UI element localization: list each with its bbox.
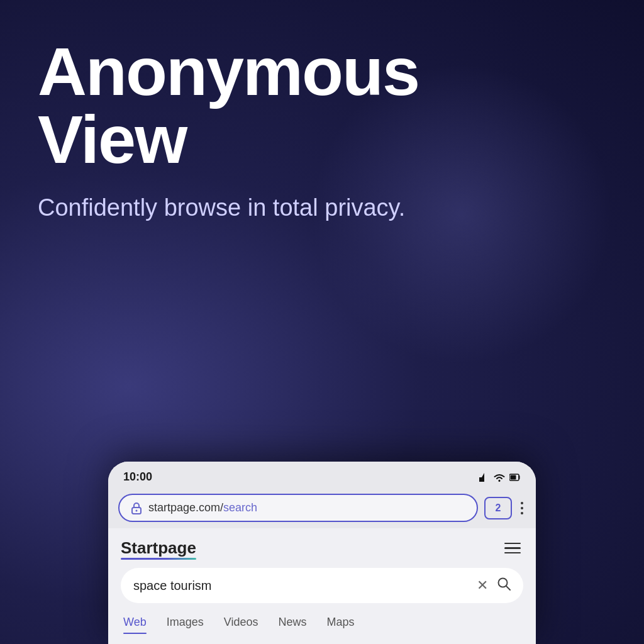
dot1: [521, 502, 523, 504]
tab-maps[interactable]: Maps: [326, 616, 354, 634]
wifi-icon: [493, 473, 506, 482]
address-bar[interactable]: startpage.com/search: [118, 494, 478, 522]
browser-content: Startpage space tourism ✕ Web I: [108, 528, 536, 644]
tab-images[interactable]: Images: [167, 616, 204, 634]
tab-count-button[interactable]: 2: [484, 497, 512, 519]
browser-header: Startpage: [121, 538, 523, 558]
hamburger-line2: [504, 547, 521, 549]
clock: 10:00: [123, 470, 152, 484]
tab-count: 2: [496, 502, 501, 514]
headline-line2: View: [38, 101, 186, 177]
subtitle: Confidently browse in total privacy.: [38, 192, 528, 223]
more-options-button[interactable]: [518, 499, 526, 517]
phone-mockup: 10:00: [108, 462, 536, 644]
url-base: startpage.com/: [148, 501, 223, 514]
url-highlight: search: [223, 501, 257, 514]
svg-point-2: [499, 480, 501, 482]
search-actions: ✕: [477, 577, 511, 594]
dot3: [521, 512, 523, 514]
clear-icon[interactable]: ✕: [477, 577, 488, 594]
address-bar-row: startpage.com/search 2: [108, 489, 536, 528]
signal-icon: [479, 473, 489, 482]
headline: Anonymous View: [38, 38, 606, 174]
hamburger-menu[interactable]: [502, 540, 523, 557]
status-bar: 10:00: [108, 462, 536, 489]
address-text: startpage.com/search: [148, 501, 257, 514]
battery-icon: [509, 474, 521, 481]
startpage-logo: Startpage: [121, 538, 196, 558]
lock-icon: [131, 502, 142, 514]
tab-web[interactable]: Web: [123, 616, 147, 634]
nav-tabs: Web Images Videos News Maps: [121, 613, 523, 634]
search-query-text: space tourism: [133, 579, 477, 593]
search-bar[interactable]: space tourism ✕: [121, 568, 523, 603]
main-content: Anonymous View Confidently browse in tot…: [0, 0, 644, 223]
hamburger-line1: [504, 543, 521, 545]
status-icons: [479, 473, 521, 482]
svg-line-8: [506, 586, 510, 590]
hamburger-line3: [504, 552, 521, 554]
dot2: [521, 507, 523, 509]
headline-line1: Anonymous: [38, 33, 419, 109]
search-icon[interactable]: [497, 577, 511, 594]
svg-point-6: [136, 509, 138, 511]
tab-videos[interactable]: Videos: [224, 616, 258, 634]
tab-news[interactable]: News: [278, 616, 306, 634]
svg-rect-4: [511, 475, 516, 479]
